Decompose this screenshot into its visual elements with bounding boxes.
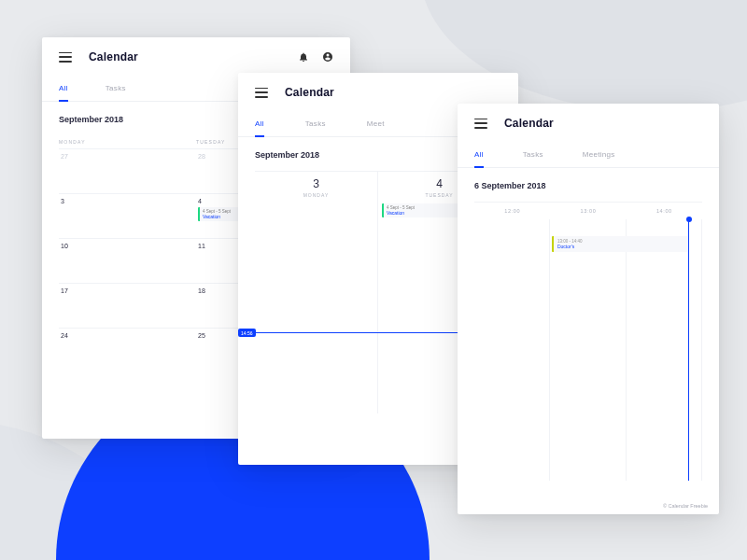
app-title: Calendar: [89, 50, 138, 63]
app-title: Calendar: [504, 117, 554, 130]
bell-icon[interactable]: [298, 51, 309, 63]
col-monday: MONDAY: [59, 139, 196, 145]
tab-all[interactable]: All: [59, 77, 68, 102]
account-icon[interactable]: [322, 51, 333, 63]
hour-col[interactable]: [550, 219, 626, 481]
current-time-badge: 14:56: [238, 329, 256, 337]
tab-meetings[interactable]: Meetings: [583, 143, 615, 167]
app-title: Calendar: [285, 86, 334, 99]
menu-icon[interactable]: [255, 88, 268, 98]
day-timeline: 12:00 13:00 14:00 13:00 - 14:40 Doctor's: [474, 202, 702, 491]
day-cell[interactable]: 3: [59, 194, 196, 238]
day-cell[interactable]: 27: [59, 149, 196, 193]
calendar-day-card: Calendar All Tasks Meetings 6 September …: [458, 104, 719, 514]
tab-meetings[interactable]: Meet: [367, 112, 385, 136]
tab-tasks[interactable]: Tasks: [106, 77, 126, 101]
current-time-dot: [686, 217, 692, 222]
hour-col[interactable]: [474, 219, 550, 481]
time-1200: 12:00: [474, 208, 550, 214]
time-1300: 13:00: [550, 208, 626, 214]
day-cell[interactable]: 17: [59, 284, 196, 328]
day-subtitle: 6 September 2018: [474, 181, 702, 190]
tabs: All Tasks Meetings: [458, 143, 719, 168]
week-col-monday[interactable]: 3 MONDAY: [255, 172, 378, 413]
header: Calendar: [42, 37, 350, 77]
tab-all[interactable]: All: [255, 112, 264, 137]
day-cell[interactable]: 10: [59, 239, 196, 283]
tab-all[interactable]: All: [474, 143, 484, 168]
event-doctors[interactable]: 13:00 - 14:40 Doctor's: [552, 236, 688, 252]
header: Calendar: [458, 104, 719, 143]
day-cell[interactable]: 24: [59, 329, 196, 372]
current-time-line: [688, 219, 690, 481]
hour-col[interactable]: [627, 219, 702, 481]
footer-copyright: © Calendar Freebie: [663, 503, 708, 509]
menu-icon[interactable]: [474, 119, 487, 129]
time-1400: 14:00: [627, 208, 702, 214]
tab-tasks[interactable]: Tasks: [305, 112, 326, 136]
tab-tasks[interactable]: Tasks: [523, 143, 543, 167]
menu-icon[interactable]: [59, 52, 72, 63]
